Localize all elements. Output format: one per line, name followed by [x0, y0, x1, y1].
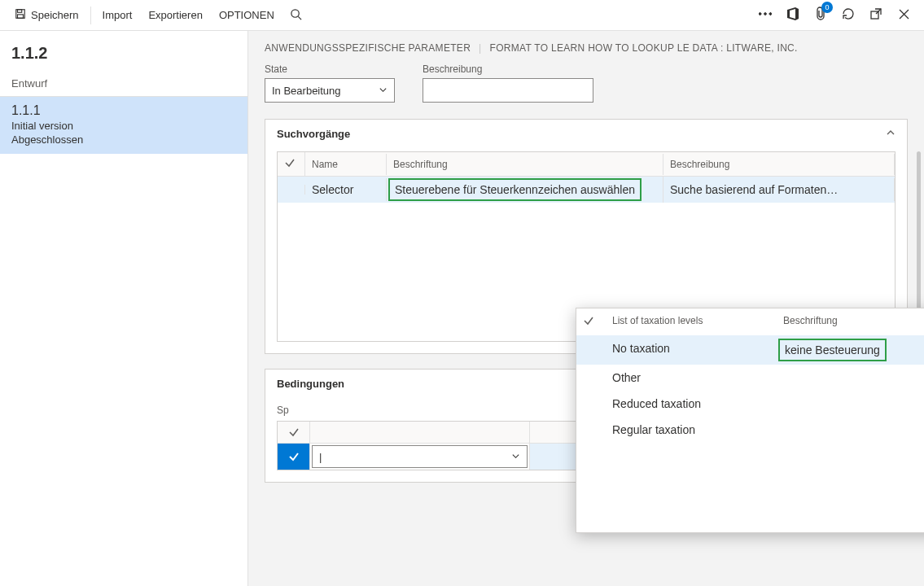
dropdown-col-level[interactable]: List of taxation levels	[606, 313, 777, 330]
notification-button[interactable]: 0	[807, 0, 834, 31]
lookup-panel-title: Suchvorgänge	[277, 128, 350, 140]
check-column-header	[576, 313, 606, 330]
dropdown-item-regular-taxation[interactable]: Regular taxation	[576, 417, 924, 443]
sidebar-version-title: 1.1.2	[11, 44, 236, 63]
sidebar-item-line2: Abgeschlossen	[11, 133, 236, 146]
toolbar: Speichern Import Exportieren OPTIONEN 0	[0, 0, 924, 31]
lookup-panel-header[interactable]: Suchvorgänge	[265, 120, 907, 148]
state-value: In Bearbeitung	[272, 85, 341, 97]
dropdown-item-caption	[777, 396, 924, 412]
dropdown-col-caption[interactable]: Beschriftung	[777, 313, 924, 330]
state-field-label: State	[265, 63, 395, 75]
svg-rect-1	[18, 10, 22, 13]
lookup-result-input[interactable]: |	[312, 445, 528, 468]
col-desc[interactable]: Beschreibung	[663, 154, 895, 175]
description-field-label: Beschreibung	[423, 63, 593, 75]
export-label: Exportieren	[148, 9, 202, 21]
office-icon-button[interactable]	[779, 0, 807, 31]
svg-marker-9	[790, 9, 795, 19]
toolbar-divider	[90, 7, 91, 24]
lookup-grid-row[interactable]: Selector Steuerebene für Steuerkennzeich…	[278, 177, 895, 203]
main-content: Anwendungsspezifische Parameter | Format…	[248, 31, 924, 586]
taxation-level-dropdown: List of taxation levels Beschriftung No …	[576, 308, 924, 533]
check-column-header	[278, 422, 310, 443]
dropdown-item-no-taxation[interactable]: No taxation keine Besteuerung	[576, 335, 924, 365]
save-label: Speichern	[31, 9, 79, 21]
search-icon	[290, 8, 302, 23]
office-icon	[787, 7, 799, 23]
dropdown-item-caption: keine Besteuerung	[785, 343, 880, 356]
breadcrumb-separator: |	[479, 42, 481, 54]
options-button[interactable]: OPTIONEN	[211, 0, 282, 30]
save-button[interactable]: Speichern	[7, 0, 87, 30]
chevron-up-icon	[886, 128, 896, 140]
import-label: Import	[103, 9, 133, 21]
svg-rect-7	[769, 12, 772, 16]
svg-point-3	[291, 9, 299, 16]
dropdown-item-level: Regular taxation	[606, 422, 777, 438]
svg-line-4	[299, 16, 302, 20]
check-column-header	[278, 152, 305, 176]
popout-button[interactable]	[862, 0, 890, 31]
close-button[interactable]	[890, 0, 917, 31]
chevron-down-icon	[511, 451, 520, 463]
col-name[interactable]: Name	[305, 154, 387, 175]
row-selected-indicator[interactable]	[278, 444, 310, 470]
chevron-down-icon	[379, 85, 388, 97]
highlighted-dropdown-caption: keine Besteuerung	[778, 339, 887, 361]
dropdown-item-caption	[777, 370, 924, 386]
svg-rect-5	[759, 12, 762, 16]
breadcrumb-part1: Anwendungsspezifische Parameter	[265, 42, 471, 54]
cell-lookup-desc: Suche basierend auf Formaten…	[663, 178, 895, 201]
conditions-panel-title: Bedingungen	[277, 378, 344, 390]
dropdown-item-level: No taxation	[606, 340, 777, 360]
svg-rect-6	[764, 12, 768, 16]
dropdown-item-other[interactable]: Other	[576, 365, 924, 391]
col-caption[interactable]: Beschriftung	[387, 154, 663, 175]
notification-count: 0	[821, 2, 833, 13]
options-label: OPTIONEN	[219, 9, 274, 21]
cell-lookup-name: Selector	[305, 178, 387, 201]
dropdown-item-reduced-taxation[interactable]: Reduced taxation	[576, 391, 924, 417]
breadcrumb-part2: Format to learn how to lookup LE data : …	[490, 42, 798, 54]
cell-lookup-caption: Steuerebene für Steuerkennzeichen auswäh…	[395, 183, 635, 196]
dropdown-item-level: Other	[606, 370, 777, 386]
export-button[interactable]: Exportieren	[140, 0, 210, 30]
dropdown-header: List of taxation levels Beschriftung	[576, 308, 924, 335]
connect-icon-button[interactable]	[751, 0, 779, 31]
save-icon	[15, 8, 26, 22]
sidebar-status: Entwurf	[11, 77, 236, 90]
popout-icon	[870, 8, 882, 22]
state-select[interactable]: In Bearbeitung	[265, 78, 395, 103]
search-button[interactable]	[282, 0, 310, 31]
refresh-icon	[842, 7, 855, 23]
lookup-grid-header: Name Beschriftung Beschreibung	[278, 152, 895, 177]
close-icon	[899, 9, 909, 22]
connect-icon	[759, 9, 772, 21]
highlighted-lookup-caption: Steuerebene für Steuerkennzeichen auswäh…	[388, 178, 642, 201]
sidebar-item-line1: Initial version	[11, 120, 236, 132]
sidebar-item-version[interactable]: 1.1.1 Initial version Abgeschlossen	[0, 96, 247, 154]
import-button[interactable]: Import	[94, 0, 141, 30]
svg-rect-2	[18, 15, 24, 18]
sidebar: 1.1.2 Entwurf 1.1.1 Initial version Abge…	[0, 31, 248, 586]
sidebar-item-version-number: 1.1.1	[11, 103, 236, 118]
refresh-button[interactable]	[834, 0, 862, 31]
breadcrumb: Anwendungsspezifische Parameter | Format…	[265, 42, 908, 54]
dropdown-item-caption	[777, 422, 924, 438]
description-input[interactable]	[423, 78, 593, 103]
dropdown-item-level: Reduced taxation	[606, 396, 777, 412]
